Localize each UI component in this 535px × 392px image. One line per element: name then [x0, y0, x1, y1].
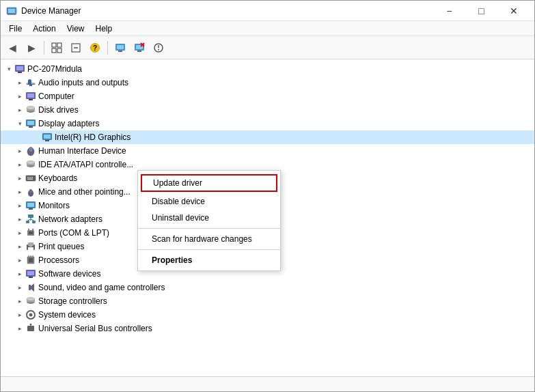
- toolbar-btn-1[interactable]: [48, 39, 66, 57]
- minimize-button[interactable]: −: [434, 1, 465, 21]
- svg-rect-24: [18, 72, 22, 73]
- title-bar: Device Manager − □ ✕: [1, 1, 534, 21]
- svg-rect-56: [28, 214, 33, 218]
- svg-rect-23: [16, 66, 23, 70]
- menu-view[interactable]: View: [61, 23, 90, 35]
- tree-intel-graphics[interactable]: Intel(R) HD Graphics: [1, 130, 534, 144]
- keyboards-icon: [25, 173, 36, 184]
- audio-expand[interactable]: [14, 77, 25, 88]
- device-manager-window: Device Manager − □ ✕ File Action View He…: [0, 0, 535, 392]
- help-button[interactable]: ?: [86, 39, 104, 57]
- svg-rect-27: [29, 85, 32, 86]
- svg-point-44: [27, 161, 35, 165]
- mice-expand[interactable]: [14, 186, 25, 197]
- monitors-expand[interactable]: [14, 200, 25, 211]
- context-update-driver[interactable]: Update driver: [141, 174, 277, 192]
- print-icon: [25, 241, 36, 252]
- storage-label: Storage controllers: [38, 296, 107, 306]
- root-icon: [14, 64, 25, 74]
- svg-line-61: [31, 219, 34, 221]
- ports-expand[interactable]: [14, 227, 25, 238]
- svg-point-65: [32, 229, 33, 230]
- keyboards-label: Keyboards: [38, 173, 77, 183]
- ide-expand[interactable]: [14, 159, 25, 170]
- svg-point-84: [29, 313, 33, 317]
- root-expand[interactable]: [3, 64, 14, 74]
- svg-rect-13: [118, 51, 122, 52]
- tree-hid[interactable]: Human Interface Device: [1, 144, 534, 158]
- context-disable-device[interactable]: Disable device: [138, 193, 280, 210]
- svg-point-64: [28, 229, 29, 230]
- audio-icon: [25, 77, 36, 88]
- svg-rect-12: [117, 45, 124, 49]
- usb-expand[interactable]: [14, 323, 25, 334]
- toolbar-btn-2[interactable]: [67, 39, 85, 57]
- hid-icon: [25, 145, 36, 156]
- tree-sound[interactable]: Sound, video and game controllers: [1, 281, 534, 294]
- menu-action[interactable]: Action: [27, 23, 61, 35]
- tree-ide[interactable]: IDE ATA/ATAPI controlle...: [1, 158, 534, 171]
- storage-expand[interactable]: [14, 296, 25, 307]
- menu-file[interactable]: File: [3, 23, 27, 35]
- toolbar-btn-remove[interactable]: [131, 39, 148, 57]
- window-controls: − □ ✕: [434, 1, 529, 21]
- svg-rect-46: [27, 177, 29, 178]
- intel-label: Intel(R) HD Graphics: [55, 132, 131, 142]
- svg-rect-39: [45, 140, 49, 141]
- tree-computer[interactable]: Computer: [1, 89, 534, 103]
- tree-usb[interactable]: Universal Serial Bus controllers: [1, 322, 534, 335]
- processors-expand[interactable]: [14, 255, 25, 266]
- tree-storage[interactable]: Storage controllers: [1, 294, 534, 308]
- svg-rect-68: [28, 247, 33, 250]
- svg-rect-1: [8, 9, 15, 13]
- keyboards-expand[interactable]: [14, 173, 25, 184]
- intel-icon: [42, 132, 53, 143]
- print-label: Print queues: [38, 242, 84, 251]
- toolbar-btn-monitor[interactable]: [111, 39, 129, 57]
- system-expand[interactable]: [14, 309, 25, 320]
- tree-system[interactable]: System devices: [1, 308, 534, 322]
- context-properties[interactable]: Properties: [138, 252, 280, 268]
- svg-rect-38: [44, 135, 51, 139]
- close-button[interactable]: ✕: [498, 1, 529, 21]
- title-bar-left: Device Manager: [6, 5, 81, 16]
- forward-button[interactable]: ▶: [23, 39, 40, 57]
- display-expand[interactable]: [14, 118, 25, 129]
- disk-label: Disk drives: [38, 105, 79, 115]
- svg-rect-78: [29, 285, 31, 290]
- hid-expand[interactable]: [14, 145, 25, 156]
- svg-line-60: [28, 219, 31, 221]
- tree-display[interactable]: Display adapters: [1, 117, 534, 130]
- context-scan-hardware[interactable]: Scan for hardware changes: [138, 231, 280, 247]
- hid-label: Human Interface Device: [38, 146, 126, 156]
- tree-audio[interactable]: Audio inputs and outputs: [1, 76, 534, 89]
- svg-rect-54: [27, 203, 34, 207]
- context-sep-1: [138, 228, 280, 229]
- maximize-button[interactable]: □: [466, 1, 497, 21]
- window-title: Device Manager: [21, 6, 81, 16]
- computer-expand[interactable]: [14, 91, 25, 102]
- toolbar-btn-scan[interactable]: [150, 39, 167, 57]
- tree-disk[interactable]: Disk drives: [1, 103, 534, 117]
- sound-expand[interactable]: [14, 282, 25, 293]
- network-expand[interactable]: [14, 214, 25, 225]
- mice-label: Mice and other pointing...: [38, 187, 131, 197]
- back-button[interactable]: ◀: [3, 39, 21, 57]
- svg-text:?: ?: [93, 44, 97, 52]
- svg-rect-36: [29, 126, 33, 128]
- tree-root[interactable]: PC-207Mridula: [1, 62, 534, 76]
- svg-rect-16: [137, 51, 141, 52]
- svg-rect-69: [29, 246, 32, 247]
- svg-point-82: [27, 298, 35, 301]
- menu-help[interactable]: Help: [90, 23, 118, 35]
- print-expand[interactable]: [14, 241, 25, 252]
- svg-rect-76: [27, 271, 34, 275]
- context-sep-2: [138, 249, 280, 250]
- context-uninstall-device[interactable]: Uninstall device: [138, 210, 280, 226]
- svg-rect-57: [26, 221, 29, 223]
- disk-expand[interactable]: [14, 104, 25, 115]
- storage-icon: [25, 296, 36, 307]
- svg-rect-55: [29, 208, 33, 210]
- svg-rect-29: [27, 94, 34, 98]
- software-expand[interactable]: [14, 268, 25, 279]
